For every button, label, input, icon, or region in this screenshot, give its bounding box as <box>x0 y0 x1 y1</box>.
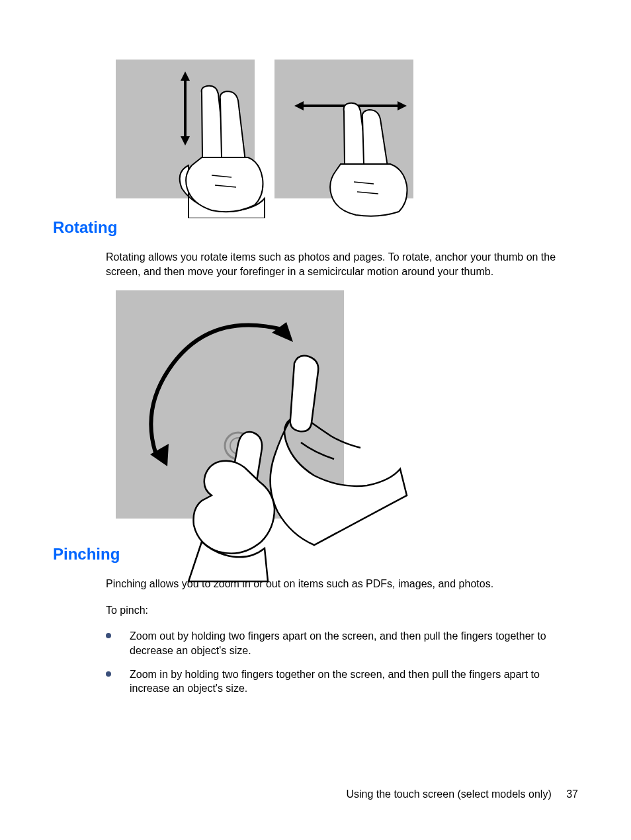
svg-marker-2 <box>181 136 190 146</box>
pinching-lead-text: To pinch: <box>106 603 578 618</box>
bullet-icon <box>106 671 111 677</box>
horizontal-scroll-gesture-image <box>274 60 413 198</box>
rotate-illustration <box>116 290 407 581</box>
horizontal-scroll-illustration <box>274 60 433 218</box>
document-page: Rotating Rotating allows you rotate item… <box>0 0 631 840</box>
vertical-scroll-illustration <box>116 60 274 218</box>
bullet-icon <box>106 633 111 638</box>
svg-marker-7 <box>398 101 407 110</box>
pinching-bullet-list: Zoom out by holding two fingers apart on… <box>106 629 578 695</box>
list-item-text: Zoom in by holding two fingers together … <box>130 667 578 696</box>
svg-marker-10 <box>272 322 293 342</box>
svg-marker-1 <box>181 71 190 81</box>
page-number: 37 <box>566 788 578 800</box>
rotate-gesture-image <box>116 290 578 519</box>
list-item: Zoom in by holding two fingers together … <box>106 667 578 696</box>
vertical-scroll-gesture-image <box>116 60 255 198</box>
rotating-body-text: Rotating allows you rotate items such as… <box>106 250 578 278</box>
top-gesture-images <box>116 60 578 198</box>
footer-section-title: Using the touch screen (select models on… <box>346 788 551 800</box>
rotating-heading: Rotating <box>53 218 578 237</box>
list-item: Zoom out by holding two fingers apart on… <box>106 629 578 657</box>
page-footer: Using the touch screen (select models on… <box>346 788 578 800</box>
svg-marker-6 <box>294 101 304 110</box>
list-item-text: Zoom out by holding two fingers apart on… <box>130 629 578 657</box>
